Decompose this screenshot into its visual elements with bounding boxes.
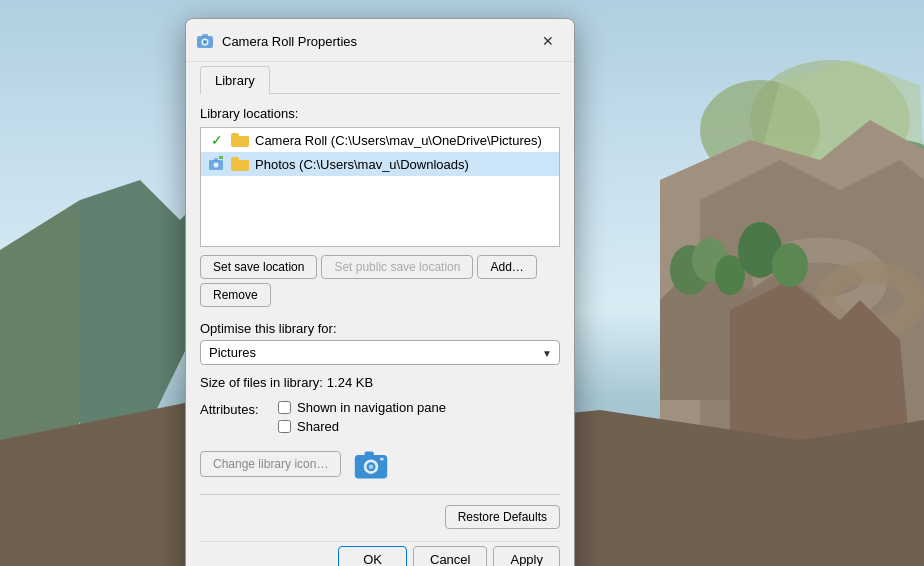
- svg-rect-35: [365, 451, 374, 456]
- ok-button[interactable]: OK: [338, 546, 407, 566]
- library-icon-preview: [351, 444, 391, 484]
- restore-defaults-button[interactable]: Restore Defaults: [445, 505, 560, 529]
- optimize-select-wrapper: Pictures General Items Documents Music V…: [200, 340, 560, 365]
- svg-rect-29: [214, 158, 218, 161]
- locations-list[interactable]: ✓ Camera Roll (C:\Users\mav_u\OneDrive\P…: [200, 127, 560, 247]
- tab-library[interactable]: Library: [200, 66, 270, 94]
- shared-label: Shared: [297, 419, 339, 434]
- check-icon-1: [209, 156, 225, 172]
- optimize-select[interactable]: Pictures General Items Documents Music V…: [200, 340, 560, 365]
- size-value: 1.24 KB: [327, 375, 373, 390]
- optimize-label: Optimise this library for:: [200, 321, 560, 336]
- title-bar: Camera Roll Properties ✕: [186, 19, 574, 62]
- nav-pane-label: Shown in navigation pane: [297, 400, 446, 415]
- location-item-1[interactable]: Photos (C:\Users\mav_u\Downloads): [201, 152, 559, 176]
- svg-point-28: [214, 163, 219, 168]
- dialog-overlay: Camera Roll Properties ✕ Library Library…: [0, 0, 924, 566]
- dialog-body: Library Library locations: ✓ Camera Roll…: [186, 62, 574, 566]
- nav-pane-checkbox[interactable]: [278, 401, 291, 414]
- size-row: Size of files in library: 1.24 KB: [200, 375, 560, 390]
- optimize-section: Optimise this library for: Pictures Gene…: [200, 321, 560, 365]
- remove-button[interactable]: Remove: [200, 283, 271, 307]
- location-buttons: Set save location Set public save locati…: [200, 255, 560, 307]
- close-button[interactable]: ✕: [536, 29, 560, 53]
- location-item-0[interactable]: ✓ Camera Roll (C:\Users\mav_u\OneDrive\P…: [201, 128, 559, 152]
- camera-roll-properties-dialog: Camera Roll Properties ✕ Library Library…: [185, 18, 575, 566]
- bottom-buttons: OK Cancel Apply: [200, 541, 560, 566]
- apply-button[interactable]: Apply: [493, 546, 560, 566]
- cancel-button[interactable]: Cancel: [413, 546, 487, 566]
- folder-icon-0: [231, 133, 249, 147]
- nav-pane-checkbox-label[interactable]: Shown in navigation pane: [278, 400, 446, 415]
- checkboxes: Shown in navigation pane Shared: [278, 400, 446, 434]
- icon-section: Change library icon…: [200, 444, 560, 484]
- attributes-section: Attributes: Shown in navigation pane Sha…: [200, 400, 560, 434]
- library-locations-label: Library locations:: [200, 106, 560, 121]
- svg-rect-26: [202, 34, 208, 37]
- set-public-save-location-button[interactable]: Set public save location: [321, 255, 473, 279]
- add-button[interactable]: Add…: [477, 255, 536, 279]
- svg-point-34: [369, 464, 374, 469]
- folder-icon-1: [231, 157, 249, 171]
- change-library-icon-button[interactable]: Change library icon…: [200, 451, 341, 477]
- divider: [200, 494, 560, 495]
- tabs-container: Library: [200, 62, 560, 94]
- location-name-0: Camera Roll (C:\Users\mav_u\OneDrive\Pic…: [255, 133, 542, 148]
- title-bar-left: Camera Roll Properties: [196, 32, 357, 50]
- dialog-title-icon: [196, 32, 214, 50]
- svg-point-25: [203, 40, 207, 44]
- size-label: Size of files in library:: [200, 375, 323, 390]
- svg-marker-30: [219, 156, 223, 159]
- attributes-label: Attributes:: [200, 400, 270, 417]
- dialog-title: Camera Roll Properties: [222, 34, 357, 49]
- svg-rect-36: [380, 458, 384, 461]
- shared-checkbox[interactable]: [278, 420, 291, 433]
- shared-checkbox-label[interactable]: Shared: [278, 419, 446, 434]
- location-name-1: Photos (C:\Users\mav_u\Downloads): [255, 157, 469, 172]
- attributes-row: Attributes: Shown in navigation pane Sha…: [200, 400, 560, 434]
- check-icon-0: ✓: [209, 132, 225, 148]
- restore-row: Restore Defaults: [200, 505, 560, 529]
- set-save-location-button[interactable]: Set save location: [200, 255, 317, 279]
